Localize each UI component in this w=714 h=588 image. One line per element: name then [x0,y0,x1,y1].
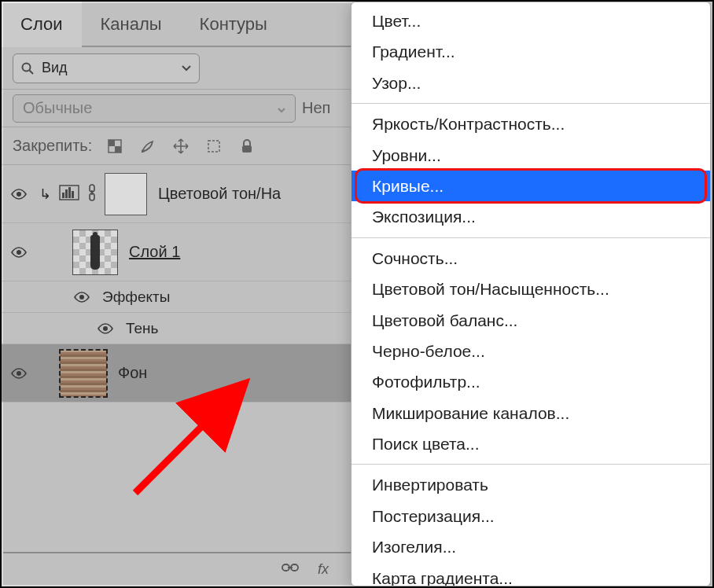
menu-pattern[interactable]: Узор... [351,68,710,98]
layer-thumbnail[interactable] [72,230,118,275]
menu-vibrance[interactable]: Сочность... [351,243,710,274]
fx-icon[interactable]: fx [318,561,329,578]
menu-hue[interactable]: Цветовой тон/Насыщенность... [351,274,710,304]
effects-label: Эффекты [102,288,170,306]
menu-separator [351,464,710,465]
chevron-down-icon [182,65,191,72]
search-icon [21,62,34,75]
menu-gradient[interactable]: Градиент... [351,36,710,67]
menu-channel-mixer[interactable]: Микширование каналов... [351,398,710,428]
lock-transparency-icon[interactable] [105,136,125,156]
view-label: Вид [42,60,174,76]
menu-levels[interactable]: Уровни... [351,140,710,171]
menu-brightness[interactable]: Яркость/Контрастность... [351,108,710,139]
lock-label: Закрепить: [13,137,92,155]
svg-point-20 [17,250,21,255]
svg-line-1 [30,70,34,74]
svg-rect-7 [115,146,121,153]
eye-icon[interactable] [72,292,91,303]
eye-icon[interactable] [9,368,28,379]
histogram-icon [59,185,79,204]
svg-rect-14 [65,189,68,198]
clip-arrow-icon: ↳ [39,187,51,201]
svg-point-22 [103,326,108,331]
eye-icon[interactable] [9,189,28,200]
menu-exposure[interactable]: Экспозиция... [351,201,710,232]
menu-black-white[interactable]: Черно-белое... [351,336,710,366]
eye-icon[interactable] [9,247,28,258]
menu-color-balance[interactable]: Цветовой баланс... [351,305,710,336]
search-view-select[interactable]: Вид [13,53,200,83]
menu-solid-color[interactable]: Цвет... [351,6,710,36]
layer-name: Фон [118,364,147,382]
effect-shadow-label: Тень [126,320,159,337]
menu-curves[interactable]: Кривые... [351,171,710,201]
menu-posterize[interactable]: Постеризация... [351,501,710,531]
lock-all-icon[interactable] [237,136,257,156]
menu-photo-filter[interactable]: Фотофильтр... [351,366,710,397]
svg-point-8 [142,149,145,153]
menu-color-lookup[interactable]: Поиск цвета... [351,428,710,459]
blend-mode-label: Обычные [23,99,92,117]
svg-rect-13 [62,193,64,198]
svg-rect-15 [68,187,71,198]
layer-name[interactable]: Слой 1 [129,243,180,261]
menu-invert[interactable]: Инвертировать [351,469,710,500]
menu-gradient-map[interactable]: Карта градиента... [351,563,710,586]
tab-paths[interactable]: Контуры [181,2,286,46]
layers-bottom-bar: fx [3,552,360,585]
lock-artboard-icon[interactable] [204,136,224,156]
adjustment-layer-menu: Цвет... Градиент... Узор... Яркость/Конт… [351,2,711,586]
svg-rect-10 [242,145,252,153]
lock-brush-icon[interactable] [138,136,158,156]
blend-mode-select[interactable]: Обычные [13,94,296,123]
tab-channels[interactable]: Каналы [82,2,181,46]
chevron-down-icon [278,99,285,117]
menu-separator [351,237,710,238]
svg-rect-9 [208,141,219,152]
link-mask-icon[interactable] [87,184,97,204]
opacity-label: Неп [302,99,330,117]
layer-thumbnail[interactable] [60,350,107,397]
menu-threshold[interactable]: Изогелия... [351,531,710,562]
svg-point-0 [23,63,31,71]
layer-name: Цветовой тон/На [158,185,281,203]
tab-layers[interactable]: Слои [2,2,82,46]
link-icon[interactable] [282,562,299,576]
eye-icon[interactable] [96,323,115,334]
svg-point-23 [17,371,21,376]
mask-thumbnail[interactable] [105,173,147,215]
svg-point-11 [17,192,21,197]
svg-rect-6 [109,140,115,146]
svg-point-21 [79,295,84,300]
svg-rect-16 [72,191,74,198]
menu-separator [351,103,710,104]
lock-move-icon[interactable] [171,136,191,156]
